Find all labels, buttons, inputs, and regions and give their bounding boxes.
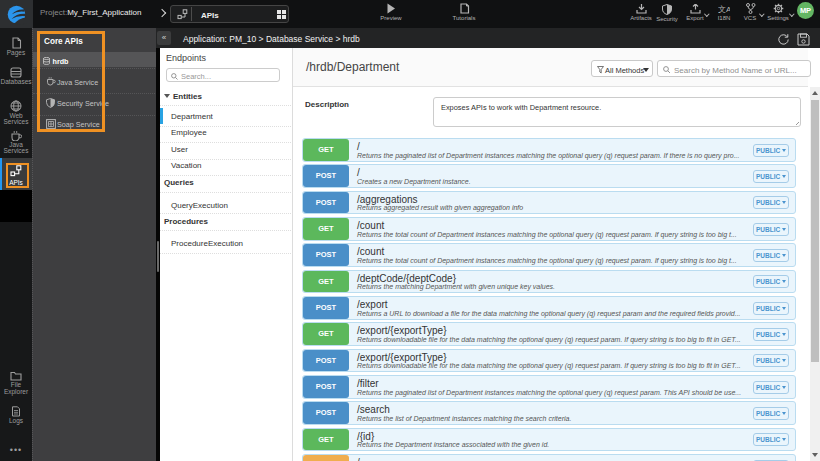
svg-text:文A: 文A	[718, 5, 730, 14]
